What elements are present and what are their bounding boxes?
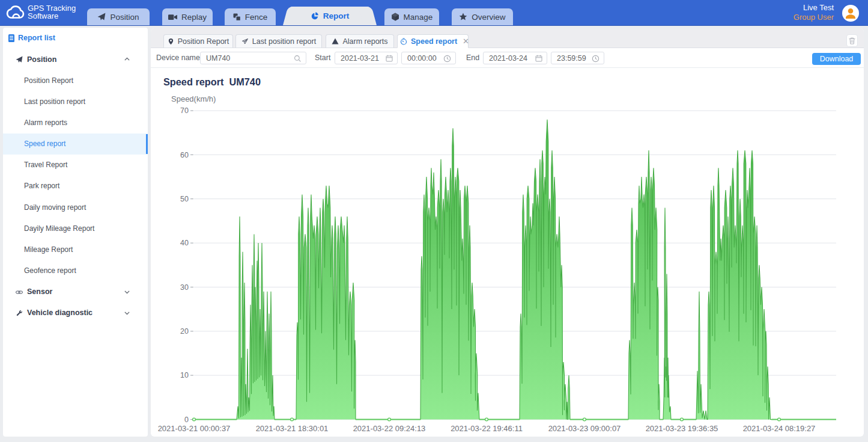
svg-text:2021-03-22 19:46:11: 2021-03-22 19:46:11	[451, 424, 523, 433]
svg-text:2021-03-23 19:36:35: 2021-03-23 19:36:35	[646, 424, 718, 433]
svg-text:Speed report UM740: Speed report UM740	[163, 76, 261, 87]
svg-text:10: 10	[180, 371, 189, 379]
svg-text:Speed(km/h): Speed(km/h)	[171, 94, 216, 103]
svg-text:30: 30	[180, 283, 189, 292]
svg-text:2021-03-21 00:00:37: 2021-03-21 00:00:37	[158, 424, 231, 433]
svg-text:2021-03-23 09:00:07: 2021-03-23 09:00:07	[548, 424, 621, 433]
svg-text:0: 0	[184, 416, 189, 424]
svg-text:2021-03-24 08:19:27: 2021-03-24 08:19:27	[743, 424, 816, 433]
svg-text:2021-03-22 09:24:13: 2021-03-22 09:24:13	[353, 424, 426, 433]
svg-text:50: 50	[180, 195, 189, 203]
svg-text:40: 40	[180, 239, 189, 247]
svg-text:2021-03-21 18:30:01: 2021-03-21 18:30:01	[256, 424, 329, 433]
svg-text:60: 60	[180, 151, 189, 159]
svg-text:20: 20	[180, 327, 189, 336]
svg-text:70: 70	[180, 106, 189, 115]
